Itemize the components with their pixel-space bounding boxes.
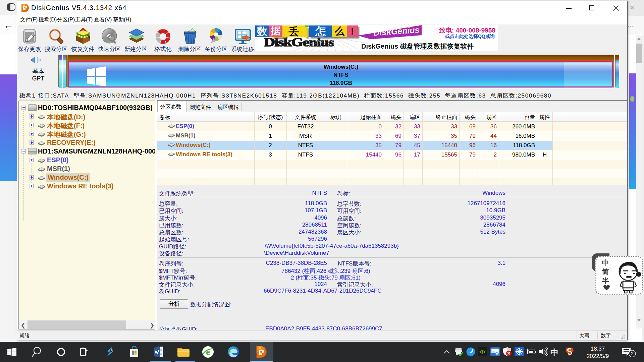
svg-text:2: 2	[631, 351, 634, 356]
svg-text:e: e	[206, 347, 210, 357]
svg-text:intel: intel	[495, 353, 499, 355]
